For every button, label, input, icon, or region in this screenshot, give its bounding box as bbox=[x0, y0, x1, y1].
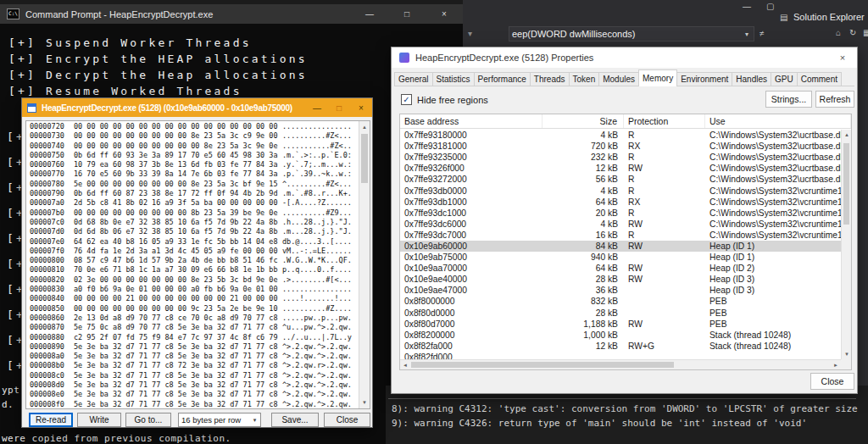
table-row[interactable]: 0x10e9ab75000940 kBHeap (ID 1) bbox=[400, 252, 841, 263]
table-row[interactable]: 0x8f82fd000 bbox=[400, 352, 841, 359]
tab-statistics[interactable]: Statistics bbox=[432, 72, 475, 86]
column-header-size[interactable]: Size bbox=[542, 114, 624, 128]
column-header-base-address[interactable]: Base address bbox=[400, 114, 542, 128]
hex-row[interactable]: 0000082002 3e 00 00 00 00 00 00 00 8e 23… bbox=[30, 275, 358, 285]
tab-handles[interactable]: Handles bbox=[732, 72, 771, 86]
scroll-up-icon[interactable]: ▲ bbox=[359, 122, 370, 132]
scroll-up-icon[interactable]: ▲ bbox=[842, 130, 852, 140]
not-equal-icon[interactable]: ≠ bbox=[760, 29, 765, 39]
column-header-protection[interactable]: Protection bbox=[624, 114, 705, 128]
scrollbar-thumb[interactable] bbox=[843, 143, 849, 225]
refresh-button[interactable]: Refresh bbox=[815, 91, 854, 108]
hide-free-regions-label[interactable]: Hide free regions bbox=[417, 95, 488, 105]
properties-titlebar[interactable]: HeapEncryptDecrypt.exe (5128) Properties… bbox=[392, 47, 857, 68]
hex-row[interactable]: 000007d00d 6d 8b 06 e7 32 38 85 10 6a f5… bbox=[30, 227, 358, 236]
tab-token[interactable]: Token bbox=[569, 72, 600, 86]
hex-row[interactable]: 0000072000 00 00 00 00 00 00 00 00 00 00… bbox=[30, 122, 358, 131]
home-icon[interactable]: ⌂ bbox=[836, 28, 841, 38]
write-button[interactable]: Write bbox=[77, 413, 121, 427]
table-row[interactable]: 0x7ffe93db00004 kBRC:\Windows\System32\v… bbox=[400, 185, 841, 196]
table-row[interactable]: 0x7ffe93dc60004 kBRWC:\Windows\System32\… bbox=[400, 219, 841, 230]
close-button[interactable]: Close bbox=[810, 373, 854, 390]
table-row[interactable]: 0x8f82fa00012 kBRW+GStack (thread 10248) bbox=[400, 341, 841, 352]
table-row[interactable]: 0x10e9ae4700036 kBHeap (ID 3) bbox=[400, 285, 841, 296]
hex-row[interactable]: 0000076010 79 ea 60 98 37 3b 8e 13 6d fb… bbox=[30, 160, 358, 169]
grid-icon[interactable]: ▦ bbox=[863, 28, 868, 38]
table-row[interactable]: 0x8f8000000832 kBPEB bbox=[400, 296, 841, 307]
hex-row[interactable]: 0000080008 57 c9 47 b6 1d 57 9b 2a 4b de… bbox=[30, 256, 358, 265]
table-row[interactable]: 0x7ffe9327200056 kBRC:\Windows\System32\… bbox=[400, 174, 841, 185]
table-row[interactable]: 0x10e9ab6000084 kBRWHeap (ID 1) bbox=[400, 241, 841, 252]
scroll-right-icon[interactable]: ► bbox=[831, 360, 841, 370]
goto-button[interactable]: Go to... bbox=[125, 413, 171, 427]
hex-row[interactable]: 000007a02d 5b c8 41 8b 02 16 a9 3f 5a ba… bbox=[30, 198, 358, 208]
properties-close-button[interactable]: × bbox=[828, 47, 857, 68]
tab-gpu[interactable]: GPU bbox=[771, 72, 798, 86]
tab-performance[interactable]: Performance bbox=[474, 72, 531, 86]
table-row[interactable]: 0x7ffe93db100064 kBRXC:\Windows\System32… bbox=[400, 197, 841, 208]
scrollbar-thumb[interactable] bbox=[411, 362, 674, 368]
scroll-left-icon[interactable]: ◄ bbox=[400, 360, 410, 370]
hex-row[interactable]: 000008b05e 3e ba 32 d7 71 77 c8 72 3e ba… bbox=[30, 361, 358, 370]
column-header-use[interactable]: Use bbox=[705, 114, 851, 128]
sync-icon[interactable]: ↻ bbox=[849, 28, 856, 38]
bytes-per-row-select[interactable]: 16 bytes per row ▾ bbox=[178, 413, 261, 427]
hex-row[interactable]: 00000880c2 95 2f 07 fd 75 f9 84 e7 7c 97… bbox=[30, 333, 358, 342]
tab-environment[interactable]: Environment bbox=[676, 72, 732, 86]
strings-button[interactable]: Strings... bbox=[765, 91, 812, 108]
tab-general[interactable]: General bbox=[394, 72, 433, 86]
hex-row[interactable]: 0000073000 00 00 00 00 00 00 00 00 8e 23… bbox=[30, 131, 358, 141]
table-row[interactable]: 0x7ffe93181000720 kBRXC:\Windows\System3… bbox=[400, 141, 841, 152]
console-maximize-button[interactable]: □ bbox=[388, 4, 426, 24]
hex-row[interactable]: 000008f05e 3e ba 32 d7 71 77 c8 5e 3e ba… bbox=[30, 400, 358, 409]
hide-free-regions-checkbox[interactable]: ✓ bbox=[401, 94, 412, 105]
hex-minimize-button[interactable]: — bbox=[306, 98, 328, 117]
scrollbar-thumb[interactable] bbox=[361, 134, 368, 183]
toolbar-chevron-icon[interactable]: ▾ bbox=[468, 29, 472, 39]
tab-threads[interactable]: Threads bbox=[530, 72, 570, 86]
hex-row[interactable]: 000008a05e 3e ba 32 d7 71 77 c8 5e 3e ba… bbox=[30, 352, 358, 361]
hex-row[interactable]: 0000074000 00 00 00 00 00 00 00 00 00 8e… bbox=[30, 142, 358, 151]
hex-close-button[interactable]: × bbox=[350, 98, 372, 117]
chevron-down-icon[interactable]: ▾ bbox=[249, 417, 260, 424]
hex-row[interactable]: 0000084000 00 00 00 21 00 00 00 00 00 00… bbox=[30, 294, 358, 303]
table-row[interactable]: 0x8f82000001,000 kBStack (thread 10248) bbox=[400, 330, 841, 341]
hex-row[interactable]: 000008705e 75 0c a8 d9 70 77 c8 5e 3e ba… bbox=[30, 323, 358, 332]
vs-navigation-combo[interactable]: eep(DWORD dwMilliseconds) ▾ bbox=[509, 26, 754, 42]
hex-row[interactable]: 000007e064 62 ea 40 b8 16 05 a9 33 1e fc… bbox=[30, 237, 358, 247]
hex-row[interactable]: 000008905e 3e ba 32 d7 71 77 c8 5e 3e ba… bbox=[30, 342, 358, 352]
hex-row[interactable]: 000007f076 4d fa 1e 2d 3a a1 3d 4c 45 05… bbox=[30, 247, 358, 256]
table-row[interactable]: 0x10e9ae4000028 kBRWHeap (ID 3) bbox=[400, 274, 841, 285]
scroll-down-icon[interactable]: ▼ bbox=[842, 349, 852, 359]
table-row[interactable]: 0x8f80d70001,188 kBRWPEB bbox=[400, 319, 841, 330]
table-row[interactable]: 0x10e9aa7000064 kBRWHeap (ID 2) bbox=[400, 263, 841, 274]
hex-close-action-button[interactable]: Close bbox=[324, 413, 370, 427]
console-minimize-button[interactable]: — bbox=[351, 4, 388, 24]
hex-row[interactable]: 000008d05e 3e ba 32 d7 71 77 c8 5e 3e ba… bbox=[30, 380, 358, 390]
vs-restore-icon[interactable]: ▢ bbox=[766, 2, 774, 12]
table-row[interactable]: 0x7ffe931800004 kBRC:\Windows\System32\u… bbox=[400, 130, 841, 141]
table-row[interactable]: 0x7ffe93235000232 kBRC:\Windows\System32… bbox=[400, 152, 841, 163]
tab-modules[interactable]: Modules bbox=[598, 72, 639, 86]
hex-row[interactable]: 000007900b 6d ff 60 87 23 38 8e 17 72 ff… bbox=[30, 189, 358, 198]
hex-row[interactable]: 0000077016 70 e5 60 9b 33 39 8a 14 7e 6b… bbox=[30, 169, 358, 179]
tab-comment[interactable]: Comment bbox=[797, 72, 842, 86]
table-row[interactable]: 0x7ffe9326f00012 kBRWC:\Windows\System32… bbox=[400, 163, 841, 174]
hex-row[interactable]: 000008e05e 3e ba 32 d7 71 77 c8 5e 3e ba… bbox=[30, 390, 358, 399]
hex-row[interactable]: 000007b000 00 00 00 00 00 00 00 00 8b 23… bbox=[30, 208, 358, 218]
hex-row[interactable]: 000007805e 00 00 00 00 00 00 00 00 8e 23… bbox=[30, 180, 358, 189]
hex-row[interactable]: 000008602e 13 0d a8 d9 70 77 c8 ce 70 0c… bbox=[30, 314, 358, 323]
reread-button[interactable]: Re-read bbox=[29, 413, 73, 427]
horizontal-scrollbar[interactable]: ◄ ► bbox=[400, 359, 841, 369]
hex-row[interactable]: 000008c05e 3e ba 32 d7 71 77 c8 5e 3e ba… bbox=[30, 371, 358, 380]
hex-row[interactable]: 000007500b 6d ff 60 93 3e 3a 89 17 70 e5… bbox=[30, 151, 358, 160]
hex-vertical-scrollbar[interactable]: ▲ ▼ bbox=[359, 121, 370, 408]
table-row[interactable]: 0x7ffe93dc700016 kBRC:\Windows\System32\… bbox=[400, 230, 841, 241]
vs-minimize-icon[interactable]: — bbox=[743, 2, 751, 12]
hex-row[interactable]: 0000085000 00 00 00 00 00 00 00 00 9c 23… bbox=[30, 304, 358, 314]
scroll-down-icon[interactable]: ▼ bbox=[359, 397, 370, 408]
hex-titlebar[interactable]: HeapEncryptDecrypt.exe (5128) (0x10e9ab6… bbox=[22, 98, 372, 117]
save-button[interactable]: Save... bbox=[271, 413, 319, 427]
hex-row[interactable]: 00000830a0 f0 b6 9a 0e 01 00 00 00 a0 fb… bbox=[30, 285, 358, 294]
table-row[interactable]: 0x7ffe93dc100020 kBRC:\Windows\System32\… bbox=[400, 208, 841, 219]
